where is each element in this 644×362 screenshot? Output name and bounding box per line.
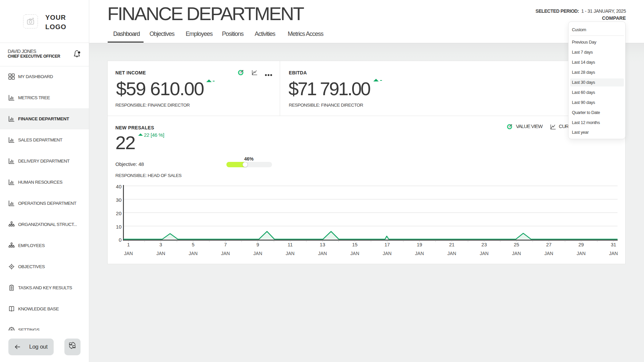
svg-text:JAN: JAN [286, 251, 294, 256]
svg-text:31: 31 [611, 242, 616, 247]
svg-text:23: 23 [481, 242, 487, 247]
svg-text:JAN: JAN [156, 251, 165, 256]
svg-text:11: 11 [287, 242, 292, 247]
svg-text:JAN: JAN [351, 251, 359, 256]
svg-text:JAN: JAN [189, 251, 198, 256]
svg-text:JAN: JAN [447, 251, 456, 256]
svg-text:40: 40 [116, 184, 122, 189]
svg-text:25: 25 [514, 242, 519, 247]
svg-text:JAN: JAN [318, 251, 327, 256]
svg-text:JAN: JAN [124, 251, 133, 256]
svg-text:13: 13 [320, 242, 325, 247]
svg-text:JAN: JAN [221, 251, 230, 256]
svg-text:5: 5 [192, 242, 195, 247]
svg-text:10: 10 [116, 224, 122, 230]
svg-text:21: 21 [449, 242, 454, 247]
svg-text:29: 29 [579, 242, 584, 247]
svg-text:30: 30 [116, 197, 122, 203]
svg-text:0: 0 [119, 237, 121, 243]
svg-text:27: 27 [546, 242, 551, 247]
svg-text:20: 20 [116, 210, 122, 216]
svg-text:9: 9 [257, 242, 259, 247]
svg-text:JAN: JAN [415, 251, 424, 256]
svg-text:7: 7 [224, 242, 227, 247]
svg-text:JAN: JAN [544, 251, 553, 256]
svg-text:19: 19 [417, 242, 422, 247]
svg-text:17: 17 [384, 242, 390, 247]
svg-text:3: 3 [159, 242, 162, 247]
svg-text:JAN: JAN [480, 251, 488, 256]
svg-text:JAN: JAN [609, 251, 618, 256]
svg-text:JAN: JAN [577, 251, 585, 256]
svg-text:1: 1 [127, 242, 130, 247]
svg-text:JAN: JAN [512, 251, 521, 256]
svg-text:JAN: JAN [383, 251, 391, 256]
svg-text:15: 15 [352, 242, 358, 247]
svg-text:JAN: JAN [253, 251, 262, 256]
